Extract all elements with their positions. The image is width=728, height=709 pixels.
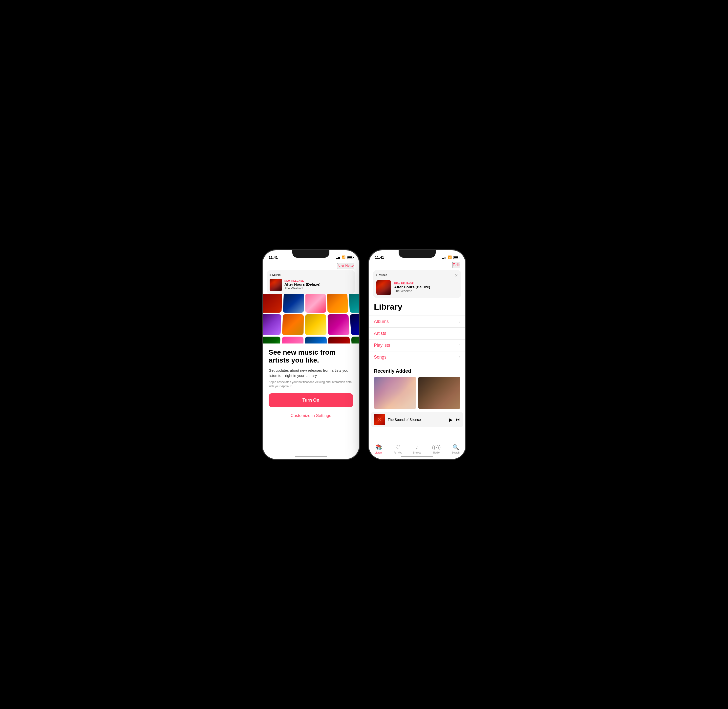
chevron-right-icon-songs: › <box>459 355 460 359</box>
library-tab-icon: 📚 <box>376 444 382 451</box>
skip-forward-button[interactable]: ⏭ <box>456 417 460 422</box>
status-icons-1: 📶 <box>336 255 353 259</box>
notification-card-1:  Music NEW RELEASE After Hours (Deluxe)… <box>266 270 355 294</box>
lib-notif-album-art <box>376 280 391 295</box>
for-you-tab-icon: ♡ <box>395 444 400 451</box>
search-tab-icon: 🔍 <box>453 444 459 451</box>
library-item-artists[interactable]: Artists › <box>369 328 465 340</box>
status-time-2: 11:41 <box>375 255 384 260</box>
notification-album-art-1 <box>269 279 282 291</box>
mini-player-controls: ▶ ⏭ <box>449 417 460 423</box>
battery-icon-2 <box>453 256 459 259</box>
library-list: Albums › Artists › Playlists › Songs › <box>369 315 465 363</box>
mini-player-album-art <box>374 414 385 425</box>
lib-notif-close-button[interactable]: ✕ <box>455 273 458 278</box>
mosaic-tile-2 <box>283 294 304 313</box>
mosaic-tile-4 <box>327 294 348 313</box>
notif-app-header:  Music <box>269 273 352 277</box>
recently-added-grid <box>374 377 460 409</box>
tab-library[interactable]: 📚 Library <box>371 444 386 454</box>
tab-library-label: Library <box>375 451 383 454</box>
library-item-songs-label: Songs <box>374 354 386 360</box>
battery-icon-1 <box>347 256 353 259</box>
tab-browse-label: Browse <box>413 451 421 454</box>
customize-settings-button[interactable]: Customize in Settings <box>269 411 353 420</box>
lib-notif-text: NEW RELEASE After Hours (Deluxe) The Wee… <box>394 282 430 293</box>
phone-2-screen: 11:41 📶 Edit <box>369 250 465 459</box>
lib-notif-title: After Hours (Deluxe) <box>394 285 430 289</box>
turn-on-button[interactable]: Turn On <box>269 393 353 407</box>
library-title: Library <box>369 302 465 315</box>
phone-1-screen: 11:41 📶 Not Now <box>263 250 359 459</box>
recently-added-album-2[interactable] <box>418 377 460 409</box>
status-time-1: 11:41 <box>269 255 278 260</box>
library-item-songs[interactable]: Songs › <box>369 352 465 363</box>
mosaic-tile-10 <box>350 314 359 335</box>
notif-artist-1: The Weeknd <box>284 286 352 290</box>
lib-notif-new-release: NEW RELEASE <box>394 282 430 285</box>
album-mosaic <box>263 294 359 343</box>
phone2-content: Edit  Music ✕ NEW RELEASE After Hours (… <box>369 261 465 459</box>
signal-icon-1 <box>336 256 340 259</box>
mosaic-tile-13 <box>305 337 327 343</box>
lib-notif-body: NEW RELEASE After Hours (Deluxe) The Wee… <box>376 280 458 295</box>
phone1-content: Not Now  Music NEW RELEASE After Hours … <box>263 261 359 459</box>
notif-new-release-label-1: NEW RELEASE <box>284 279 352 282</box>
notch-2 <box>399 250 436 258</box>
tab-for-you-label: For You <box>394 451 402 454</box>
mosaic-tile-5 <box>349 294 359 313</box>
home-indicator-2 <box>401 456 433 457</box>
phone-2: 11:41 📶 Edit <box>369 250 465 459</box>
mosaic-row-1 <box>263 294 359 313</box>
browse-tab-icon: ♪ <box>416 444 419 451</box>
tab-for-you[interactable]: ♡ For You <box>390 444 405 454</box>
mosaic-tile-15 <box>351 337 359 343</box>
signal-icon-2 <box>442 256 447 259</box>
mosaic-row-2 <box>263 314 359 335</box>
notif-text-1: NEW RELEASE After Hours (Deluxe) The Wee… <box>284 279 352 290</box>
tab-radio-label: Radio <box>433 451 440 454</box>
mosaic-tile-11 <box>263 337 281 343</box>
library-header: Edit <box>369 261 465 270</box>
chevron-right-icon-playlists: › <box>459 343 460 347</box>
mosaic-tile-8 <box>305 314 326 335</box>
lib-notification-banner:  Music ✕ NEW RELEASE After Hours (Delux… <box>373 270 462 298</box>
radio-tab-icon: ((·)) <box>432 444 441 451</box>
apple-logo-2:  <box>376 273 377 276</box>
home-indicator-1 <box>295 456 327 457</box>
tab-radio[interactable]: ((·)) Radio <box>429 444 444 454</box>
mosaic-inner <box>263 294 359 343</box>
apple-logo-1:  <box>269 273 271 276</box>
promo-subtitle: Get updates about new releases from arti… <box>269 368 353 378</box>
library-item-albums-label: Albums <box>374 319 389 324</box>
wifi-icon-2: 📶 <box>448 255 452 259</box>
lib-notif-app-name: Music <box>379 273 387 277</box>
mosaic-tile-3 <box>305 294 326 313</box>
recently-added-album-1[interactable] <box>374 377 416 409</box>
play-button[interactable]: ▶ <box>449 417 453 423</box>
library-item-artists-label: Artists <box>374 331 386 336</box>
recently-added-section: Recently Added <box>369 363 465 412</box>
library-item-playlists[interactable]: Playlists › <box>369 340 465 352</box>
notch-1 <box>292 250 329 258</box>
edit-button[interactable]: Edit <box>452 262 460 268</box>
phone-1: 11:41 📶 Not Now <box>263 250 359 459</box>
library-scroll-area: Library Albums › Artists › Playlists › <box>369 302 465 459</box>
chevron-right-icon-albums: › <box>459 319 460 324</box>
mosaic-tile-1 <box>263 294 282 313</box>
mosaic-tile-14 <box>328 337 351 343</box>
not-now-button[interactable]: Not Now <box>337 263 354 269</box>
mosaic-tile-7 <box>282 314 304 335</box>
mini-player[interactable]: The Sound of Silence ▶ ⏭ <box>371 412 463 427</box>
promo-section: See new music from artists you like. Get… <box>263 343 359 459</box>
lib-notif-artist: The Weeknd <box>394 289 430 293</box>
notification-card-inner:  Music NEW RELEASE After Hours (Deluxe)… <box>269 273 352 291</box>
promo-legal: Apple associates your notifications view… <box>269 380 353 388</box>
notif-title-1: After Hours (Deluxe) <box>284 282 352 286</box>
tab-browse[interactable]: ♪ Browse <box>410 444 425 454</box>
library-item-albums[interactable]: Albums › <box>369 316 465 328</box>
mosaic-tile-12 <box>281 337 303 343</box>
mosaic-tile-6 <box>263 314 281 335</box>
tab-search[interactable]: 🔍 Search <box>448 444 463 454</box>
chevron-right-icon-artists: › <box>459 331 460 336</box>
